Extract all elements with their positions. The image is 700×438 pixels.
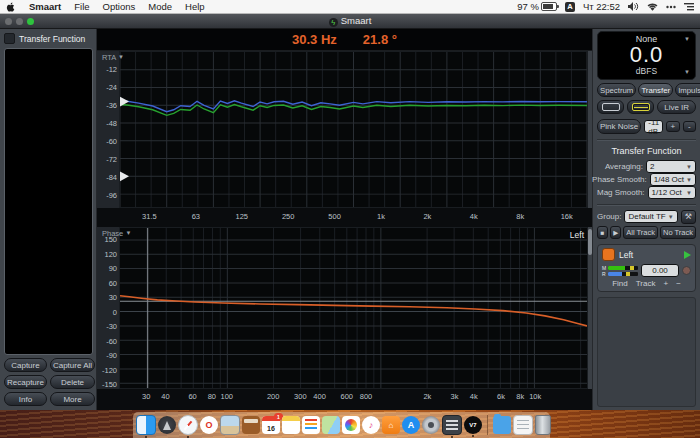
dock-item-smaart[interactable]: V7: [464, 416, 482, 434]
more-menu-icon[interactable]: [666, 5, 676, 9]
dock-item-calendar[interactable]: 161: [262, 416, 280, 434]
signal-meter-2[interactable]: [627, 100, 654, 114]
dock-item-reminders[interactable]: [302, 416, 320, 434]
wifi-icon[interactable]: [647, 2, 658, 11]
window-title-bar[interactable]: ϟSmaart: [0, 14, 700, 29]
calendar-icon[interactable]: 161: [262, 416, 280, 434]
dock-item-downloads[interactable]: [493, 416, 511, 434]
opera-icon[interactable]: O: [200, 416, 218, 434]
pink-noise-button[interactable]: Pink Noise: [597, 119, 641, 134]
more-button[interactable]: More: [50, 392, 95, 406]
signal-pair-panel[interactable]: Left M R 0.00 FindTrack+−: [597, 244, 696, 292]
no-track-button[interactable]: No Track: [660, 226, 696, 239]
smaart-icon[interactable]: V7: [464, 416, 482, 434]
recapture-button[interactable]: Recapture: [4, 375, 47, 389]
chevron-down-icon[interactable]: ▼: [684, 69, 690, 75]
capture-button[interactable]: Capture: [4, 358, 47, 372]
delete-button[interactable]: Delete: [50, 375, 95, 389]
dock-item-trash[interactable]: [535, 415, 551, 435]
magnitude-plot-canvas[interactable]: [119, 51, 588, 208]
phase-plot[interactable]: Phase ▼ Left 1501209060300-30-60-90-120-…: [97, 227, 592, 405]
capture-list[interactable]: [4, 48, 93, 355]
dock-item-finder[interactable]: [136, 415, 156, 435]
contacts-icon[interactable]: [242, 416, 260, 434]
phase-plot-canvas[interactable]: [119, 227, 588, 389]
input-level-box[interactable]: None 0.0 dBFS ▼ ▼: [597, 31, 696, 80]
dock-item-notes[interactable]: [282, 416, 300, 434]
downloads-icon[interactable]: [493, 416, 511, 434]
trash-icon[interactable]: [535, 415, 551, 435]
preview-icon[interactable]: [220, 415, 240, 435]
dock-item-opera[interactable]: O: [200, 416, 218, 434]
dock-item-contacts[interactable]: [242, 416, 260, 434]
menu-item-options[interactable]: Options: [103, 1, 136, 12]
trace-color-swatch[interactable]: [602, 248, 615, 261]
tab-spectrum[interactable]: Spectrum: [597, 83, 636, 97]
capture-all-button[interactable]: Capture All: [50, 358, 95, 372]
chevron-down-icon[interactable]: ▼: [684, 36, 690, 42]
dock-item-documents[interactable]: [513, 415, 533, 435]
play-button[interactable]: ▶: [610, 226, 621, 239]
reminders-icon[interactable]: [302, 416, 320, 434]
launchpad-icon[interactable]: [158, 416, 176, 434]
menu-item-help[interactable]: Help: [185, 1, 205, 12]
dock-item-books[interactable]: ⌂: [382, 416, 400, 434]
delay-value[interactable]: 0.00: [641, 264, 679, 277]
plot-type-selector-phase[interactable]: Phase ▼: [102, 229, 131, 238]
apple-menu-icon[interactable]: [6, 2, 16, 12]
maps-icon[interactable]: [322, 416, 340, 434]
dock-item-launchpad[interactable]: [158, 416, 176, 434]
tab-transfer[interactable]: Transfer: [638, 83, 673, 97]
itunes-icon[interactable]: ♪: [362, 416, 380, 434]
live-ir-button[interactable]: Live IR: [657, 100, 696, 114]
appstore-icon[interactable]: A: [402, 416, 420, 434]
averaging-select[interactable]: 2▼: [646, 160, 696, 173]
menu-clock[interactable]: Чт 22:52: [583, 1, 620, 12]
dock-item-appstore[interactable]: A: [402, 416, 420, 434]
dock-item-photos[interactable]: [342, 416, 360, 434]
info-button[interactable]: Info: [4, 392, 47, 406]
photos-icon[interactable]: [342, 416, 360, 434]
generator-minus-button[interactable]: -: [683, 121, 696, 132]
mail-icon[interactable]: [442, 415, 462, 435]
menu-item-file[interactable]: File: [74, 1, 89, 12]
dock-item-sysprefs[interactable]: [422, 416, 440, 434]
dock-item-safari[interactable]: [178, 415, 198, 435]
signal-meter-1[interactable]: [597, 100, 624, 114]
sidebar-checkbox[interactable]: [4, 33, 15, 44]
pair-action-+[interactable]: +: [663, 279, 668, 288]
pair-action-find[interactable]: Find: [612, 279, 628, 288]
notification-center-icon[interactable]: [684, 3, 694, 11]
volume-icon[interactable]: [628, 2, 639, 11]
mag-smooth-select[interactable]: 1/12 Oct▼: [648, 186, 696, 199]
notes-icon[interactable]: [282, 416, 300, 434]
books-icon[interactable]: ⌂: [382, 416, 400, 434]
all-track-button[interactable]: All Track: [623, 226, 658, 239]
battery-indicator[interactable]: 97 %: [517, 1, 557, 12]
dock-item-preview[interactable]: [220, 415, 240, 435]
dock-item-itunes[interactable]: ♪: [362, 416, 380, 434]
group-manager-icon[interactable]: ⚒: [681, 210, 696, 224]
menu-item-smaart[interactable]: Smaart: [29, 1, 61, 12]
pair-action-−[interactable]: −: [676, 279, 681, 288]
dock-item-mail[interactable]: [442, 415, 462, 435]
tab-impulse[interactable]: Impulse: [675, 83, 700, 97]
menu-item-mode[interactable]: Mode: [148, 1, 172, 12]
plot-type-selector-rta[interactable]: RTA ▼: [102, 53, 124, 62]
generator-level[interactable]: -11 dB: [644, 120, 663, 133]
stop-button[interactable]: ■: [597, 226, 608, 239]
group-select[interactable]: Default TF▼: [624, 210, 677, 223]
input-source-icon[interactable]: A: [565, 2, 575, 12]
documents-icon[interactable]: [513, 415, 533, 435]
magnitude-plot[interactable]: RTA ▼ -12-24-36-48-60-72-84-96 31.563125…: [97, 51, 592, 227]
sysprefs-icon[interactable]: [422, 416, 440, 434]
finder-icon[interactable]: [136, 415, 156, 435]
pair-action-track[interactable]: Track: [636, 279, 656, 288]
dock-item-maps[interactable]: [322, 416, 340, 434]
safari-icon[interactable]: [178, 415, 198, 435]
threshold-marker-icon[interactable]: [120, 171, 129, 181]
phase-smooth-select[interactable]: 1/48 Oct▼: [650, 173, 696, 186]
pair-active-icon[interactable]: [684, 251, 691, 259]
generator-plus-button[interactable]: +: [666, 121, 679, 132]
scrollbar-thumb[interactable]: [588, 229, 592, 255]
